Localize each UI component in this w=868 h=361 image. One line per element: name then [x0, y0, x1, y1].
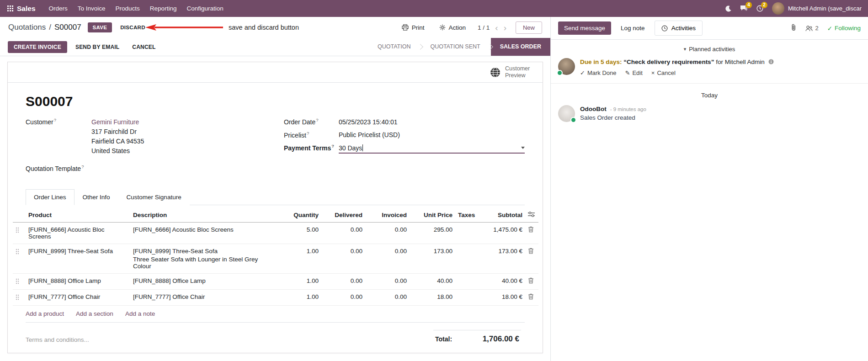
drag-handle-icon[interactable] [13, 289, 26, 305]
chevron-down-icon[interactable] [521, 147, 525, 149]
payment-terms-field[interactable]: 30 Days [339, 144, 525, 154]
menu-reporting[interactable]: Reporting [145, 1, 182, 16]
cell-delivered[interactable]: 0.00 [321, 222, 365, 244]
drag-handle-icon[interactable] [13, 244, 26, 273]
mark-done-button[interactable]: ✓Mark Done [580, 69, 616, 76]
delete-line-icon[interactable] [528, 293, 534, 301]
cell-product[interactable]: [FURN_8999] Three-Seat Sofa [26, 244, 130, 273]
delete-line-icon[interactable] [528, 248, 534, 255]
cell-taxes[interactable] [455, 289, 487, 305]
create-invoice-button[interactable]: CREATE INVOICE [8, 41, 67, 53]
status-quotation-sent[interactable]: QUOTATION SENT [421, 38, 489, 56]
cell-delivered[interactable]: 0.00 [321, 273, 365, 289]
add-a-product-link[interactable]: Add a product [26, 310, 64, 317]
cell-delivered[interactable]: 0.00 [321, 289, 365, 305]
discard-button[interactable]: DISCARD [117, 22, 149, 32]
cancel-activity-button[interactable]: ×Cancel [651, 69, 676, 76]
followers-button[interactable]: 2 [805, 25, 818, 32]
cell-invoiced[interactable]: 0.00 [365, 244, 410, 273]
cell-taxes[interactable] [455, 244, 487, 273]
drag-handle-icon[interactable] [13, 222, 26, 244]
status-sales-order[interactable]: SALES ORDER [491, 38, 550, 56]
order-line-row[interactable]: [FURN_8888] Office Lamp [FURN_8888] Offi… [13, 273, 538, 289]
col-product[interactable]: Product [26, 207, 130, 223]
save-button[interactable]: SAVE [88, 22, 112, 32]
menu-products[interactable]: Products [111, 1, 145, 16]
cell-description[interactable]: [FURN_8999] Three-Seat SofaThree Seater … [130, 244, 262, 273]
cell-quantity[interactable]: 1.00 [262, 244, 321, 273]
cell-quantity[interactable]: 1.00 [262, 289, 321, 305]
attachment-paperclip-icon[interactable] [791, 24, 797, 32]
log-note-button[interactable]: Log note [617, 21, 649, 35]
dark-mode-moon-icon[interactable] [725, 5, 731, 12]
col-taxes[interactable]: Taxes [455, 207, 487, 223]
cancel-button[interactable]: CANCEL [128, 41, 160, 53]
odoobot-avatar[interactable] [558, 105, 575, 122]
col-delivered[interactable]: Delivered [321, 207, 365, 223]
user-menu[interactable]: Mitchell Admin (save_discar [772, 2, 862, 15]
breadcrumb-quotations[interactable]: Quotations [8, 23, 46, 32]
add-a-note-link[interactable]: Add a note [125, 310, 155, 317]
drag-handle-icon[interactable] [13, 273, 26, 289]
col-invoiced[interactable]: Invoiced [365, 207, 410, 223]
col-unit-price[interactable]: Unit Price [410, 207, 455, 223]
order-line-row[interactable]: [FURN_6666] Acoustic Bloc Screens [FURN_… [13, 222, 538, 244]
col-description[interactable]: Description [130, 207, 262, 223]
tab-customer-signature[interactable]: Customer Signature [118, 189, 190, 205]
activity-avatar[interactable] [558, 58, 575, 75]
add-a-section-link[interactable]: Add a section [76, 310, 113, 317]
cell-description[interactable]: [FURN_6666] Acoustic Bloc Screens [130, 222, 262, 244]
activities-clock-icon[interactable]: 2 [756, 5, 763, 12]
cell-invoiced[interactable]: 0.00 [365, 222, 410, 244]
action-button[interactable]: Action [437, 24, 469, 32]
cell-invoiced[interactable]: 0.00 [365, 273, 410, 289]
cell-quantity[interactable]: 1.00 [262, 273, 321, 289]
cell-unit-price[interactable]: 295.00 [410, 222, 455, 244]
menu-configuration[interactable]: Configuration [181, 1, 228, 16]
optional-columns-icon[interactable] [525, 207, 538, 223]
terms-and-conditions-placeholder[interactable]: Terms and conditions... [26, 336, 89, 343]
cell-invoiced[interactable]: 0.00 [365, 289, 410, 305]
pager-next-icon[interactable]: › [504, 23, 506, 32]
col-quantity[interactable]: Quantity [262, 207, 321, 223]
cell-unit-price[interactable]: 40.00 [410, 273, 455, 289]
customer-name-link[interactable]: Gemini Furniture [91, 117, 284, 127]
col-subtotal[interactable]: Subtotal [487, 207, 525, 223]
activities-tab[interactable]: Activities [655, 21, 703, 36]
edit-activity-button[interactable]: ✎Edit [625, 69, 642, 76]
cell-description[interactable]: [FURN_8888] Office Lamp [130, 273, 262, 289]
print-button[interactable]: Print [399, 24, 427, 32]
following-button[interactable]: ✓ Following [827, 25, 861, 32]
customer-preview-button[interactable]: Customer Preview [487, 65, 536, 80]
cell-unit-price[interactable]: 18.00 [410, 289, 455, 305]
cell-product[interactable]: [FURN_7777] Office Chair [26, 289, 130, 305]
menu-to-invoice[interactable]: To Invoice [73, 1, 111, 16]
pricelist-field[interactable]: Public Pricelist (USD) [339, 131, 525, 138]
order-date-field[interactable]: 05/25/2023 15:40:01 [339, 118, 525, 126]
message-author[interactable]: OdooBot [580, 106, 607, 112]
send-message-button[interactable]: Send message [558, 21, 611, 35]
apps-grid-icon[interactable] [6, 5, 17, 11]
order-line-row[interactable]: [FURN_8999] Three-Seat Sofa [FURN_8999] … [13, 244, 538, 273]
menu-orders[interactable]: Orders [44, 1, 73, 16]
status-quotation[interactable]: QUOTATION [368, 38, 420, 56]
delete-line-icon[interactable] [528, 226, 534, 234]
new-button[interactable]: New [516, 21, 542, 34]
cell-product[interactable]: [FURN_8888] Office Lamp [26, 273, 130, 289]
cell-unit-price[interactable]: 173.00 [410, 244, 455, 273]
tab-other-info[interactable]: Other Info [75, 189, 118, 205]
cell-taxes[interactable] [455, 273, 487, 289]
cell-delivered[interactable]: 0.00 [321, 244, 365, 273]
info-icon[interactable] [768, 58, 774, 67]
cell-taxes[interactable] [455, 222, 487, 244]
cell-product[interactable]: [FURN_6666] Acoustic Bloc Screens [26, 222, 130, 244]
cell-description[interactable]: [FURN_7777] Office Chair [130, 289, 262, 305]
tab-order-lines[interactable]: Order Lines [26, 189, 75, 205]
app-name[interactable]: Sales [17, 5, 36, 13]
delete-line-icon[interactable] [528, 277, 534, 285]
messages-icon[interactable]: 4 [740, 5, 748, 12]
cell-quantity[interactable]: 5.00 [262, 222, 321, 244]
pager-prev-icon[interactable]: ‹ [495, 23, 498, 32]
planned-activities-toggle[interactable]: ▾ Planned activities [558, 46, 861, 53]
send-by-email-button[interactable]: SEND BY EMAIL [71, 41, 124, 53]
